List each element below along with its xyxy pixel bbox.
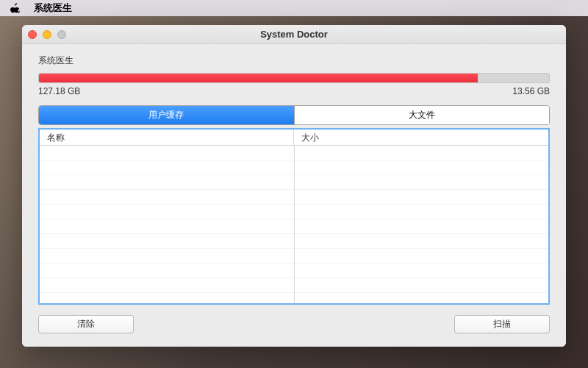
clear-button[interactable]: 清除 bbox=[38, 315, 134, 333]
window-title: System Doctor bbox=[22, 29, 566, 40]
apple-menu-icon[interactable] bbox=[10, 3, 21, 13]
column-divider bbox=[294, 146, 295, 305]
storage-free-label: 13.56 GB bbox=[512, 86, 550, 96]
storage-labels: 127.18 GB 13.56 GB bbox=[38, 86, 550, 96]
traffic-lights bbox=[28, 30, 66, 39]
tab-large-files[interactable]: 大文件 bbox=[295, 106, 550, 124]
column-header-size[interactable]: 大小 bbox=[294, 130, 548, 145]
tab-bar: 用户缓存 大文件 bbox=[38, 105, 550, 125]
column-header-name[interactable]: 名称 bbox=[40, 130, 294, 145]
storage-bar-fill bbox=[39, 74, 478, 82]
table-header: 名称 大小 bbox=[40, 130, 548, 146]
storage-bar bbox=[38, 73, 550, 83]
table-body[interactable] bbox=[40, 146, 548, 305]
section-label: 系统医生 bbox=[38, 54, 550, 67]
close-button[interactable] bbox=[28, 30, 37, 39]
app-window: System Doctor 系统医生 127.18 GB 13.56 GB 用户… bbox=[22, 25, 566, 347]
tab-user-cache[interactable]: 用户缓存 bbox=[39, 106, 295, 124]
menubar: 系统医生 bbox=[0, 0, 588, 16]
storage-used-label: 127.18 GB bbox=[38, 86, 80, 96]
titlebar: System Doctor bbox=[22, 25, 566, 44]
zoom-button[interactable] bbox=[57, 30, 66, 39]
scan-button[interactable]: 扫描 bbox=[454, 315, 550, 333]
minimize-button[interactable] bbox=[43, 30, 51, 39]
results-table: 名称 大小 bbox=[38, 128, 550, 305]
window-content: 系统医生 127.18 GB 13.56 GB 用户缓存 大文件 名称 大小 清… bbox=[22, 44, 566, 347]
menubar-app-name[interactable]: 系统医生 bbox=[34, 1, 72, 15]
button-row: 清除 扫描 bbox=[38, 315, 550, 333]
